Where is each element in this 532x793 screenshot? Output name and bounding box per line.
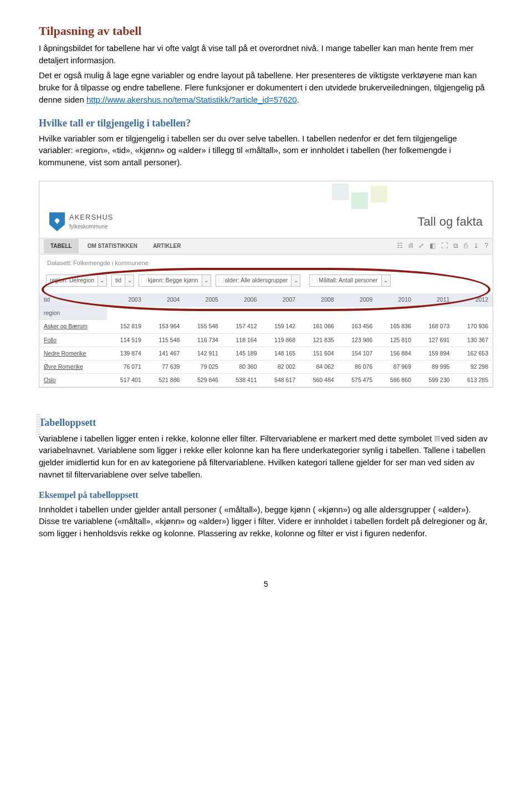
- cell: 84 062: [300, 360, 339, 374]
- cell: 517 401: [107, 374, 146, 387]
- guide-link[interactable]: http://www.akershus.no/tema/Statistikk/?…: [86, 95, 297, 104]
- cell: 127 691: [416, 333, 454, 347]
- brand-sub: fylkeskommune: [69, 223, 114, 231]
- chevron-down-icon[interactable]: [381, 275, 390, 286]
- toolbar-icons: ☷ ıll ⤢ ◧ ⛶ ⧉ ⎙ ⤓ ?: [397, 241, 488, 251]
- cell: 115 548: [146, 333, 185, 347]
- table-row: Oslo517 401521 886529 846538 411548 6175…: [39, 374, 493, 387]
- cell: 123 986: [339, 333, 377, 347]
- cell: 586 860: [377, 374, 416, 387]
- cell: 154 107: [339, 347, 377, 360]
- cell: 152 819: [107, 320, 146, 333]
- chart-icon[interactable]: ıll: [408, 241, 413, 251]
- cell: 87 969: [377, 360, 416, 374]
- cell: 548 617: [262, 374, 300, 387]
- filter-select[interactable]: ⋮⋮kjønn: Begge kjønn: [139, 274, 211, 287]
- app-screenshot: AKERSHUS fylkeskommune Tall og fakta TAB…: [39, 181, 493, 388]
- cell: 161 066: [300, 320, 339, 333]
- p4: Variablene i tabellen ligger enten i rek…: [39, 433, 493, 481]
- cell: 159 894: [416, 347, 454, 360]
- cell: 538 411: [223, 374, 262, 387]
- cell: 141 467: [146, 347, 185, 360]
- chevron-down-icon[interactable]: [125, 275, 134, 286]
- filter-select[interactable]: ⋮⋮alder: Alle aldersgrupper: [216, 274, 301, 287]
- dataset-label: Datasett: Folkemengde i kommunene: [39, 255, 493, 272]
- cell: 613 285: [454, 374, 493, 387]
- help-icon[interactable]: ?: [484, 241, 488, 251]
- panel-icon[interactable]: ◧: [429, 241, 436, 251]
- tab-tabell[interactable]: TABELL: [44, 239, 79, 254]
- cell: 521 886: [146, 374, 185, 387]
- cell: 170 936: [454, 320, 493, 333]
- side-grab-handle[interactable]: [36, 414, 40, 436]
- table-row: Øvre Romerike76 07177 63979 02580 36082 …: [39, 360, 493, 374]
- filter-label: alder: Alle aldersgrupper: [222, 276, 291, 284]
- region-name[interactable]: Asker og Bærum: [39, 320, 107, 333]
- decorative-square: [351, 192, 368, 209]
- p4a: Variablene i tabellen ligger enten i rek…: [39, 434, 434, 443]
- print-icon[interactable]: ⎙: [464, 241, 468, 251]
- brand: AKERSHUS fylkeskommune: [49, 212, 114, 231]
- cell: 79 025: [184, 360, 223, 374]
- cell: 575 475: [339, 374, 377, 387]
- filter-label: region: Delregion: [47, 276, 98, 284]
- fullscreen-icon[interactable]: ⛶: [441, 241, 448, 251]
- cell: 163 456: [339, 320, 377, 333]
- cell: 118 164: [223, 333, 262, 347]
- cell: 156 884: [377, 347, 416, 360]
- cell: 145 189: [223, 347, 262, 360]
- filter-label: tid: [112, 276, 125, 284]
- filter-label: kjønn: Begge kjønn: [145, 276, 201, 284]
- brand-name: AKERSHUS: [69, 212, 114, 223]
- cell: 80 360: [223, 360, 262, 374]
- region-name[interactable]: Nedre Romerike: [39, 347, 107, 360]
- cell: 89 995: [416, 360, 454, 374]
- h2-tabelloppsett: Tabelloppsett: [39, 415, 493, 430]
- year-col: 2003: [107, 293, 146, 307]
- cell: 148 165: [262, 347, 300, 360]
- cell: 162 653: [454, 347, 493, 360]
- shield-icon: [49, 212, 65, 231]
- year-col: 2007: [262, 293, 300, 307]
- table-row: Asker og Bærum152 819153 964155 548157 4…: [39, 320, 493, 333]
- p5: Innholdet i tabellen under gjelder antal…: [39, 504, 493, 540]
- h2-hvilke-tall: Hvilke tall er tilgjengelig i tabellen?: [39, 116, 493, 130]
- table-row: Follo114 519115 548116 734118 164119 868…: [39, 333, 493, 347]
- cell: 116 734: [184, 333, 223, 347]
- filter-select[interactable]: region: Delregion: [46, 274, 107, 287]
- region-name[interactable]: Follo: [39, 333, 107, 347]
- chevron-down-icon[interactable]: [202, 275, 211, 286]
- chevron-down-icon[interactable]: [98, 275, 106, 286]
- year-col: 2006: [223, 293, 262, 307]
- cell: 529 846: [184, 374, 223, 387]
- row-header-region: region: [39, 307, 107, 320]
- filter-select[interactable]: ⋮⋮Måltall: Antall personer: [309, 274, 390, 287]
- chevron-down-icon[interactable]: [291, 275, 300, 286]
- cell: 82 002: [262, 360, 300, 374]
- filter-handle-icon: ⋮⋮: [216, 277, 222, 284]
- filter-select[interactable]: tid: [111, 274, 134, 287]
- cell: 168 073: [416, 320, 454, 333]
- year-col: 2008: [300, 293, 339, 307]
- decorative-top-strip: [39, 181, 493, 209]
- copy-icon[interactable]: ⧉: [453, 241, 458, 251]
- tab-om-statistikken[interactable]: OM STATISTIKKEN: [81, 239, 144, 254]
- intro-p1: I åpningsbildet for tabellene har vi oft…: [39, 42, 493, 67]
- download-icon[interactable]: ⤓: [473, 241, 479, 251]
- cell: 151 604: [300, 347, 339, 360]
- region-name[interactable]: Øvre Romerike: [39, 360, 107, 374]
- region-name[interactable]: Oslo: [39, 374, 107, 387]
- expand-icon[interactable]: ⤢: [418, 241, 424, 251]
- year-col: 2009: [339, 293, 377, 307]
- decorative-square: [371, 186, 387, 202]
- cell: 92 298: [454, 360, 493, 374]
- cell: 114 519: [107, 333, 146, 347]
- cell: 560 484: [300, 374, 339, 387]
- year-col: 2004: [146, 293, 185, 307]
- p2b-text: .: [297, 95, 299, 104]
- tab-artikler[interactable]: ARTIKLER: [146, 239, 188, 254]
- layout-icon[interactable]: ☷: [397, 241, 403, 251]
- filter-label: Måltall: Antall personer: [315, 276, 381, 284]
- col-header-tid: tid: [39, 293, 107, 307]
- cell: 159 142: [262, 320, 300, 333]
